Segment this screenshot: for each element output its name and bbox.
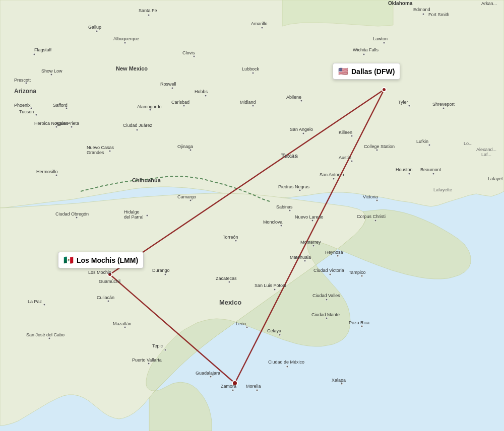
svg-point-68 (124, 326, 126, 328)
svg-point-30 (408, 105, 410, 107)
svg-point-79 (341, 383, 343, 385)
svg-point-70 (148, 363, 150, 365)
svg-text:San Antonio: San Antonio (320, 172, 344, 177)
svg-point-61 (43, 304, 45, 306)
svg-text:Monterrey: Monterrey (300, 240, 321, 245)
svg-text:Nuevo Laredo: Nuevo Laredo (295, 214, 324, 220)
svg-point-60 (361, 275, 363, 277)
svg-point-14 (422, 13, 424, 15)
svg-text:Torreón: Torreón (223, 235, 238, 240)
svg-text:Xalapa: Xalapa (332, 378, 346, 383)
svg-point-40 (333, 178, 335, 180)
svg-point-66 (326, 299, 328, 301)
svg-point-47 (190, 199, 192, 201)
map-container: Flagstaff Gallup Santa Fe Albuquerque Am… (0, 0, 504, 431)
svg-text:Hobbs: Hobbs (195, 89, 208, 94)
svg-point-10 (96, 30, 98, 32)
svg-point-51 (280, 225, 282, 227)
svg-text:Flagstaff: Flagstaff (34, 47, 52, 52)
svg-text:Carlsbad: Carlsbad (171, 100, 190, 105)
svg-point-69 (164, 349, 166, 351)
svg-text:Tucson: Tucson (19, 109, 34, 114)
svg-point-16 (363, 53, 365, 55)
svg-text:Poza Rica: Poza Rica (349, 320, 369, 325)
svg-point-77 (232, 389, 234, 391)
svg-point-57 (235, 240, 237, 242)
svg-text:Laf...: Laf... (481, 152, 491, 157)
svg-text:del Parral: del Parral (124, 214, 144, 220)
svg-point-6 (382, 88, 386, 92)
svg-text:Ciudad Juárez: Ciudad Juárez (123, 123, 153, 128)
svg-text:Chihuahua: Chihuahua (132, 177, 161, 183)
svg-text:La Paz: La Paz (28, 299, 42, 304)
svg-text:Ciudad Valles: Ciudad Valles (312, 293, 340, 298)
svg-text:Shreveport: Shreveport (432, 102, 455, 107)
svg-text:Hidalgo: Hidalgo (124, 209, 140, 214)
svg-point-45 (55, 174, 57, 176)
svg-text:Mazatlán: Mazatlán (113, 321, 132, 326)
svg-text:Matehuala: Matehuala (290, 255, 311, 260)
svg-text:San Angelo: San Angelo (290, 127, 313, 132)
svg-text:Piedras Negras: Piedras Negras (278, 184, 310, 189)
svg-point-54 (376, 199, 378, 201)
svg-text:Lubbock: Lubbock (242, 66, 260, 71)
svg-text:Gallup: Gallup (88, 25, 101, 30)
svg-text:Monclova: Monclova (263, 220, 283, 225)
svg-point-35 (190, 149, 192, 151)
svg-point-75 (361, 325, 363, 327)
svg-text:Celaya: Celaya (267, 328, 281, 333)
svg-text:Midland: Midland (240, 100, 256, 105)
svg-text:Killeen: Killeen (339, 130, 352, 135)
svg-point-42 (408, 173, 410, 175)
svg-text:Sabinas: Sabinas (276, 204, 293, 209)
svg-point-12 (124, 42, 126, 44)
svg-point-32 (136, 129, 138, 131)
svg-point-53 (337, 255, 339, 257)
svg-text:Santa Fe: Santa Fe (139, 8, 157, 13)
svg-text:Ciudad de México: Ciudad de México (268, 360, 304, 365)
svg-text:Tepic: Tepic (152, 343, 163, 348)
svg-text:Durango: Durango (152, 268, 170, 273)
svg-point-62 (107, 300, 109, 302)
svg-text:Clovis: Clovis (182, 50, 195, 55)
svg-point-39 (351, 160, 353, 162)
svg-point-24 (171, 87, 173, 89)
svg-text:Arkan...: Arkan... (481, 1, 497, 6)
svg-text:Lafayet...: Lafayet... (488, 176, 504, 181)
svg-text:Tyler: Tyler (398, 100, 408, 105)
svg-text:Corpus Christi: Corpus Christi (357, 214, 386, 219)
svg-point-37 (71, 126, 73, 128)
svg-point-34 (109, 150, 111, 152)
svg-text:Wichita Falls: Wichita Falls (353, 47, 379, 52)
svg-text:San José del Cabo: San José del Cabo (26, 332, 65, 337)
svg-point-71 (210, 376, 212, 378)
svg-point-49 (289, 209, 291, 211)
svg-text:Austin: Austin (339, 155, 351, 160)
svg-point-55 (374, 220, 376, 222)
svg-point-63 (164, 273, 166, 275)
svg-text:Camargo: Camargo (177, 194, 196, 199)
svg-text:Alexand...: Alexand... (476, 147, 496, 152)
svg-point-78 (256, 389, 258, 391)
svg-point-72 (246, 326, 248, 328)
svg-text:Albuquerque: Albuquerque (113, 36, 139, 41)
svg-text:Ojinaga: Ojinaga (177, 144, 193, 149)
svg-point-44 (428, 144, 430, 146)
svg-text:Safford: Safford (53, 103, 68, 108)
svg-text:Texas: Texas (281, 153, 298, 160)
svg-text:Guadalajara: Guadalajara (196, 371, 220, 376)
svg-text:Houston: Houston (396, 167, 413, 172)
svg-text:Culiacán: Culiacán (97, 295, 114, 300)
svg-point-21 (300, 100, 302, 102)
svg-text:Abilene: Abilene (286, 95, 301, 100)
svg-text:Show Low: Show Low (41, 68, 62, 74)
svg-text:Ciudad Victoria: Ciudad Victoria (313, 268, 344, 273)
svg-text:Reynosa: Reynosa (325, 250, 343, 255)
svg-text:Oklahoma: Oklahoma (388, 1, 413, 6)
svg-point-59 (329, 273, 331, 275)
svg-point-46 (146, 214, 148, 217)
svg-text:San Luis Potosí: San Luis Potosí (255, 283, 287, 288)
svg-point-26 (205, 95, 207, 97)
svg-point-29 (351, 135, 353, 137)
svg-text:Prescott: Prescott (14, 78, 31, 83)
